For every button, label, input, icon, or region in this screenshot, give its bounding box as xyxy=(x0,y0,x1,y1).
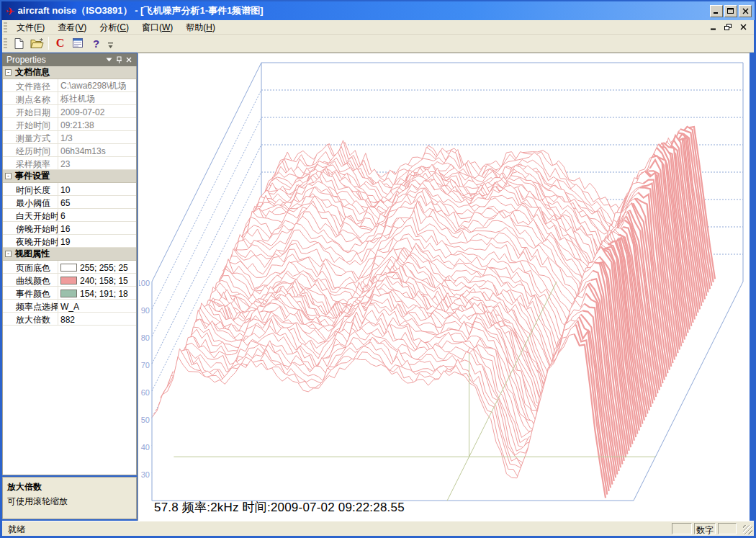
property-row[interactable]: 曲线颜色240; 158; 15 xyxy=(3,274,136,287)
property-value[interactable]: C:\awa6298\机场 xyxy=(58,79,136,91)
property-value-text: 255; 255; 25 xyxy=(80,263,128,273)
pin-icon xyxy=(116,56,122,64)
panel-pin-button[interactable] xyxy=(114,55,124,65)
property-label: 时间长度 xyxy=(3,183,58,195)
property-value-text: 16 xyxy=(60,224,70,234)
property-value[interactable]: 154; 191; 18 xyxy=(58,287,136,299)
property-value-text: 1/3 xyxy=(60,133,73,143)
title-bar[interactable]: ✈ aircraft noise（ISO3891） - [飞机噪声分析1-事件1… xyxy=(1,1,755,20)
property-row[interactable]: 白天开始时间6 xyxy=(3,209,136,222)
property-value[interactable]: 882 xyxy=(58,313,136,325)
maximize-button[interactable] xyxy=(724,5,737,17)
property-label: 夜晚开始时间 xyxy=(3,235,58,247)
property-value-text: 栎社机场 xyxy=(60,93,95,104)
property-value[interactable]: 6 xyxy=(58,209,136,221)
calibrate-icon: C xyxy=(56,37,65,50)
panel-close-button[interactable] xyxy=(124,55,134,65)
color-swatch[interactable] xyxy=(60,277,77,284)
property-row[interactable]: 傍晚开始时间16 xyxy=(3,222,136,235)
property-value[interactable]: 10 xyxy=(58,183,136,195)
property-value[interactable]: 16 xyxy=(58,222,136,234)
window-title: aircraft noise（ISO3891） - [飞机噪声分析1-事件1频谱… xyxy=(18,4,708,17)
property-label: 曲线颜色 xyxy=(3,274,58,286)
property-label: 经历时间 xyxy=(3,144,58,156)
property-row[interactable]: 夜晚开始时间19 xyxy=(3,235,136,248)
property-value-text: 19 xyxy=(60,237,70,247)
status-pane-0 xyxy=(672,523,692,534)
properties-grid: -文档信息文件路径C:\awa6298\机场测点名称栎社机场开始日期2009-0… xyxy=(2,66,137,475)
property-value[interactable]: 65 xyxy=(58,196,136,208)
properties-sheet-button[interactable] xyxy=(70,35,86,51)
property-value[interactable]: 2009-07-02 xyxy=(58,105,136,117)
menu-item-4[interactable]: 帮助(H) xyxy=(179,20,222,35)
property-value-text: 240; 158; 15 xyxy=(80,276,128,286)
status-pane-2 xyxy=(718,523,737,534)
property-label: 开始时间 xyxy=(3,118,58,130)
new-document-button[interactable] xyxy=(11,35,27,51)
property-value-text: C:\awa6298\机场 xyxy=(60,80,126,91)
property-value[interactable]: 240; 158; 15 xyxy=(58,274,136,286)
panel-menu-button[interactable] xyxy=(104,55,114,65)
y-axis-labels: 10090807060504030 xyxy=(139,279,150,479)
property-row[interactable]: 开始时间09:21:38 xyxy=(3,118,136,131)
property-value[interactable]: 09:21:38 xyxy=(58,118,136,130)
property-value[interactable]: 19 xyxy=(58,235,136,247)
property-row[interactable]: 采样频率23 xyxy=(3,157,136,170)
property-row[interactable]: 频率点选择W_A xyxy=(3,300,136,313)
property-row[interactable]: 事件颜色154; 191; 18 xyxy=(3,287,136,300)
menu-item-2[interactable]: 分析(C) xyxy=(93,20,135,35)
collapse-icon[interactable]: - xyxy=(5,173,12,179)
status-bar: 就绪 数字 xyxy=(2,521,754,536)
mdi-close-icon xyxy=(740,24,747,30)
section-header-1[interactable]: -事件设置 xyxy=(3,170,136,183)
property-row[interactable]: 最小阈值65 xyxy=(3,196,136,209)
open-file-button[interactable] xyxy=(29,35,45,51)
minimize-icon xyxy=(713,8,720,14)
property-row[interactable]: 测点名称栎社机场 xyxy=(3,92,136,105)
property-row[interactable]: 时间长度10 xyxy=(3,183,136,196)
property-row[interactable]: 开始日期2009-07-02 xyxy=(3,105,136,118)
y-tick-label: 80 xyxy=(141,333,150,342)
color-swatch[interactable] xyxy=(60,264,77,272)
menu-item-3[interactable]: 窗口(W) xyxy=(135,20,179,35)
resize-grip[interactable] xyxy=(743,525,752,534)
collapse-icon[interactable]: - xyxy=(5,251,12,257)
menubar-grip[interactable] xyxy=(4,22,7,32)
property-value[interactable]: 255; 255; 25 xyxy=(58,261,136,273)
section-header-2[interactable]: -视图属性 xyxy=(3,248,136,261)
mdi-close-button[interactable] xyxy=(738,22,748,32)
property-label: 测点名称 xyxy=(3,92,58,104)
toolbar-grip[interactable] xyxy=(4,38,7,48)
chevron-down-icon xyxy=(108,42,113,49)
color-swatch[interactable] xyxy=(60,290,77,297)
waterfall-3d-chart[interactable]: 10090807060504030 xyxy=(139,55,750,520)
properties-panel-title: Properties xyxy=(6,55,46,65)
mdi-restore-icon xyxy=(724,24,732,31)
menu-item-1[interactable]: 查看(V) xyxy=(51,20,93,35)
toolbar-overflow-button[interactable] xyxy=(107,35,114,51)
property-row[interactable]: 经历时间06h34m13s xyxy=(3,144,136,157)
menu-item-0[interactable]: 文件(F) xyxy=(10,20,51,35)
properties-panel-header[interactable]: Properties xyxy=(2,53,137,66)
property-row[interactable]: 测量方式1/3 xyxy=(3,131,136,144)
collapse-icon[interactable]: - xyxy=(5,69,12,76)
minimize-button[interactable] xyxy=(710,5,723,17)
calibrate-c-button[interactable]: C xyxy=(52,35,68,51)
property-value[interactable]: 23 xyxy=(58,157,136,169)
help-button[interactable]: ? xyxy=(88,35,104,51)
property-label: 开始日期 xyxy=(3,105,58,117)
property-value[interactable]: W_A xyxy=(58,300,136,312)
maximize-icon xyxy=(727,8,734,14)
property-value[interactable]: 栎社机场 xyxy=(58,92,136,104)
close-button[interactable] xyxy=(739,5,752,17)
property-row[interactable]: 放大倍数882 xyxy=(3,313,136,326)
section-header-0[interactable]: -文档信息 xyxy=(3,66,136,79)
property-value[interactable]: 06h34m13s xyxy=(58,144,136,156)
y-tick-label: 30 xyxy=(141,470,150,479)
mdi-minimize-button[interactable] xyxy=(708,22,718,32)
property-value[interactable]: 1/3 xyxy=(58,131,136,143)
property-value-text: 2009-07-02 xyxy=(60,107,104,117)
property-row[interactable]: 文件路径C:\awa6298\机场 xyxy=(3,79,136,92)
property-row[interactable]: 页面底色255; 255; 25 xyxy=(3,261,136,274)
mdi-restore-button[interactable] xyxy=(723,22,733,32)
